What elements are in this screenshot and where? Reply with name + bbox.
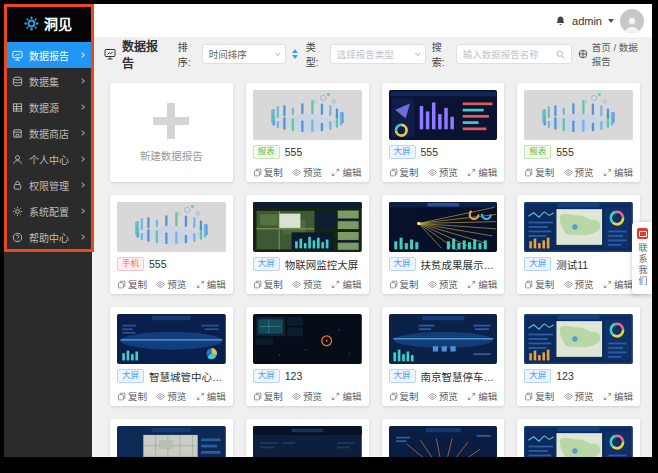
edit-button[interactable]: 编辑 bbox=[196, 389, 226, 403]
copy-button[interactable]: 复制 bbox=[117, 277, 147, 291]
report-card[interactable] bbox=[246, 419, 369, 457]
contact-us-tab[interactable]: 联系我们 bbox=[632, 222, 652, 294]
copy-button[interactable]: 复制 bbox=[117, 389, 147, 403]
chevron-right-icon bbox=[79, 182, 85, 188]
report-thumbnail[interactable] bbox=[524, 426, 633, 457]
preview-button[interactable]: 预览 bbox=[428, 277, 458, 291]
sidebar-item-label: 数据集 bbox=[29, 74, 59, 89]
report-thumbnail[interactable] bbox=[117, 202, 226, 252]
sidebar-item-help[interactable]: 帮助中心 bbox=[4, 224, 92, 250]
sidebar-item-store[interactable]: 数据商店 bbox=[4, 120, 92, 146]
chevron-right-icon bbox=[79, 234, 85, 240]
report-icon bbox=[104, 48, 116, 60]
edit-button[interactable]: 编辑 bbox=[467, 389, 497, 403]
copy-button[interactable]: 复制 bbox=[253, 165, 283, 179]
report-type-badge: 报表 bbox=[253, 145, 280, 159]
report-thumbnail[interactable] bbox=[253, 314, 362, 364]
report-card[interactable]: 大屏123复制预览编辑 bbox=[517, 307, 640, 406]
report-card[interactable]: 报表555复制预览编辑 bbox=[517, 83, 640, 182]
report-type-badge: 报表 bbox=[524, 145, 551, 159]
toolbar: 数据报告 排序: 时间排序 类型: 选择报告类型 搜索: 输入数据报告名称 bbox=[92, 37, 652, 71]
user-icon bbox=[12, 154, 23, 165]
search-label: 搜索: bbox=[432, 39, 450, 69]
new-report-card[interactable]: 新建数据报告 bbox=[110, 83, 233, 182]
store-icon bbox=[12, 128, 23, 139]
edit-button[interactable]: 编辑 bbox=[331, 277, 361, 291]
report-name: 物联网监控大屏 bbox=[285, 257, 359, 272]
avatar[interactable] bbox=[620, 9, 644, 33]
report-card[interactable]: 报表555复制预览编辑 bbox=[246, 83, 369, 182]
sidebar-item-permissions[interactable]: 权限管理 bbox=[4, 172, 92, 198]
report-thumbnail[interactable] bbox=[253, 202, 362, 252]
report-card[interactable]: 大屏555复制预览编辑 bbox=[382, 83, 505, 182]
bell-icon[interactable] bbox=[555, 15, 566, 27]
preview-button[interactable]: 预览 bbox=[564, 165, 594, 179]
report-card[interactable] bbox=[382, 419, 505, 457]
report-card[interactable]: 大屏扶贫成果展示_复制复制预览编辑 bbox=[382, 195, 505, 294]
sort-direction-toggle[interactable] bbox=[292, 49, 298, 59]
sidebar-item-profile[interactable]: 个人中心 bbox=[4, 146, 92, 172]
preview-button[interactable]: 预览 bbox=[292, 165, 322, 179]
sidebar-item-datasources[interactable]: 数据源 bbox=[4, 94, 92, 120]
report-card[interactable]: 大屏智慧城管中心_复制复制预览编辑 bbox=[110, 307, 233, 406]
report-thumbnail[interactable] bbox=[389, 90, 498, 140]
copy-button[interactable]: 复制 bbox=[253, 277, 283, 291]
copy-button[interactable]: 复制 bbox=[524, 165, 554, 179]
report-thumbnail[interactable] bbox=[524, 202, 633, 252]
report-thumbnail[interactable] bbox=[117, 426, 226, 457]
preview-button[interactable]: 预览 bbox=[156, 277, 186, 291]
edit-button[interactable]: 编辑 bbox=[467, 165, 497, 179]
report-thumbnail[interactable] bbox=[389, 426, 498, 457]
card-grid: 新建数据报告报表555复制预览编辑大屏555复制预览编辑报表555复制预览编辑手… bbox=[110, 83, 640, 457]
breadcrumb-text: 首页 / 数据报告 bbox=[592, 40, 640, 68]
report-thumbnail[interactable] bbox=[389, 314, 498, 364]
sidebar-item-label: 系统配置 bbox=[29, 204, 69, 219]
breadcrumb[interactable]: 首页 / 数据报告 bbox=[578, 40, 640, 68]
edit-button[interactable]: 编辑 bbox=[603, 389, 633, 403]
report-card[interactable]: 手机555复制预览编辑 bbox=[110, 195, 233, 294]
report-card[interactable]: 大屏物联网监控大屏复制预览编辑 bbox=[246, 195, 369, 294]
report-name: 扶贫成果展示_复制 bbox=[421, 257, 498, 272]
edit-button[interactable]: 编辑 bbox=[603, 277, 633, 291]
sort-select[interactable]: 时间排序 bbox=[202, 44, 286, 64]
copy-button[interactable]: 复制 bbox=[389, 165, 419, 179]
preview-button[interactable]: 预览 bbox=[428, 389, 458, 403]
sidebar-item-reports[interactable]: 数据报告 bbox=[4, 42, 92, 68]
search-input[interactable]: 输入数据报告名称 bbox=[456, 44, 572, 64]
report-thumbnail[interactable] bbox=[389, 202, 498, 252]
report-thumbnail[interactable] bbox=[524, 314, 633, 364]
edit-button[interactable]: 编辑 bbox=[331, 389, 361, 403]
report-card[interactable]: 大屏南京智慧停车中心复制预览编辑 bbox=[382, 307, 505, 406]
search-icon bbox=[556, 50, 565, 59]
app-logo[interactable]: 洞见 bbox=[4, 4, 92, 42]
edit-button[interactable]: 编辑 bbox=[196, 277, 226, 291]
preview-button[interactable]: 预览 bbox=[156, 389, 186, 403]
preview-button[interactable]: 预览 bbox=[564, 277, 594, 291]
report-thumbnail[interactable] bbox=[117, 314, 226, 364]
report-card[interactable] bbox=[110, 419, 233, 457]
sidebar-item-datasets[interactable]: 数据集 bbox=[4, 68, 92, 94]
preview-button[interactable]: 预览 bbox=[428, 165, 458, 179]
report-card[interactable]: 大屏测试11复制预览编辑 bbox=[517, 195, 640, 294]
preview-button[interactable]: 预览 bbox=[292, 277, 322, 291]
report-card[interactable] bbox=[517, 419, 640, 457]
edit-button[interactable]: 编辑 bbox=[603, 165, 633, 179]
copy-button[interactable]: 复制 bbox=[524, 389, 554, 403]
preview-button[interactable]: 预览 bbox=[564, 389, 594, 403]
copy-button[interactable]: 复制 bbox=[524, 277, 554, 291]
report-card[interactable]: 大屏123复制预览编辑 bbox=[246, 307, 369, 406]
username[interactable]: admin bbox=[572, 15, 602, 27]
edit-button[interactable]: 编辑 bbox=[331, 165, 361, 179]
sidebar-item-settings[interactable]: 系统配置 bbox=[4, 198, 92, 224]
copy-button[interactable]: 复制 bbox=[389, 389, 419, 403]
edit-button[interactable]: 编辑 bbox=[467, 277, 497, 291]
copy-button[interactable]: 复制 bbox=[389, 277, 419, 291]
report-thumbnail[interactable] bbox=[253, 90, 362, 140]
report-thumbnail[interactable] bbox=[524, 90, 633, 140]
page-title: 数据报告 bbox=[122, 37, 160, 71]
database-icon bbox=[12, 102, 23, 113]
report-thumbnail[interactable] bbox=[253, 426, 362, 457]
type-select[interactable]: 选择报告类型 bbox=[330, 44, 426, 64]
copy-button[interactable]: 复制 bbox=[253, 389, 283, 403]
preview-button[interactable]: 预览 bbox=[292, 389, 322, 403]
